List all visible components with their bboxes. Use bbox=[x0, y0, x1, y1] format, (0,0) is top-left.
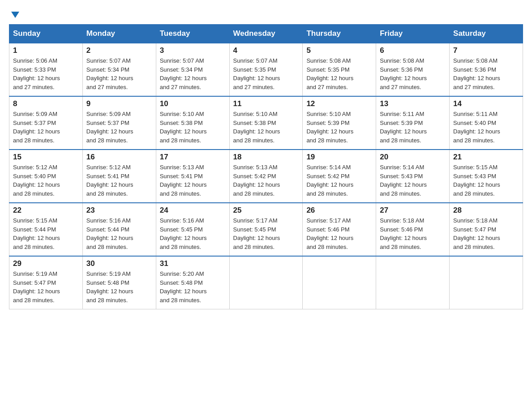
day-number: 25 bbox=[233, 206, 299, 215]
day-cell-22: 22Sunrise: 5:15 AMSunset: 5:44 PMDayligh… bbox=[9, 203, 83, 256]
day-number: 13 bbox=[380, 99, 446, 108]
day-cell-14: 14Sunrise: 5:11 AMSunset: 5:40 PMDayligh… bbox=[450, 96, 523, 150]
day-info: Sunrise: 5:18 AMSunset: 5:46 PMDaylight:… bbox=[380, 216, 446, 251]
day-number: 20 bbox=[380, 153, 446, 162]
day-info: Sunrise: 5:08 AMSunset: 5:36 PMDaylight:… bbox=[453, 56, 519, 91]
day-info: Sunrise: 5:16 AMSunset: 5:44 PMDaylight:… bbox=[86, 216, 152, 251]
day-cell-18: 18Sunrise: 5:13 AMSunset: 5:42 PMDayligh… bbox=[229, 150, 303, 203]
day-cell-30: 30Sunrise: 5:19 AMSunset: 5:48 PMDayligh… bbox=[82, 256, 156, 309]
day-cell-23: 23Sunrise: 5:16 AMSunset: 5:44 PMDayligh… bbox=[82, 203, 156, 256]
day-info: Sunrise: 5:20 AMSunset: 5:48 PMDaylight:… bbox=[160, 270, 226, 304]
day-cell-9: 9Sunrise: 5:09 AMSunset: 5:37 PMDaylight… bbox=[82, 96, 156, 150]
day-number: 28 bbox=[453, 206, 519, 215]
day-number: 29 bbox=[13, 259, 79, 268]
empty-cell bbox=[376, 256, 450, 309]
day-number: 12 bbox=[306, 99, 372, 108]
week-row-5: 29Sunrise: 5:19 AMSunset: 5:47 PMDayligh… bbox=[9, 256, 523, 309]
day-number: 6 bbox=[380, 46, 446, 55]
svg-marker-0 bbox=[11, 12, 19, 18]
day-cell-27: 27Sunrise: 5:18 AMSunset: 5:46 PMDayligh… bbox=[376, 203, 450, 256]
day-info: Sunrise: 5:13 AMSunset: 5:41 PMDaylight:… bbox=[160, 163, 226, 198]
day-cell-7: 7Sunrise: 5:08 AMSunset: 5:36 PMDaylight… bbox=[450, 43, 523, 96]
day-number: 14 bbox=[453, 99, 519, 108]
day-number: 10 bbox=[160, 99, 226, 108]
day-cell-5: 5Sunrise: 5:08 AMSunset: 5:35 PMDaylight… bbox=[303, 43, 376, 96]
day-info: Sunrise: 5:15 AMSunset: 5:43 PMDaylight:… bbox=[453, 163, 519, 198]
week-row-2: 8Sunrise: 5:09 AMSunset: 5:37 PMDaylight… bbox=[9, 96, 523, 150]
day-info: Sunrise: 5:10 AMSunset: 5:39 PMDaylight:… bbox=[306, 110, 372, 145]
week-row-1: 1Sunrise: 5:06 AMSunset: 5:33 PMDaylight… bbox=[9, 43, 523, 96]
day-cell-28: 28Sunrise: 5:18 AMSunset: 5:47 PMDayligh… bbox=[450, 203, 523, 256]
day-cell-16: 16Sunrise: 5:12 AMSunset: 5:41 PMDayligh… bbox=[82, 150, 156, 203]
day-cell-13: 13Sunrise: 5:11 AMSunset: 5:39 PMDayligh… bbox=[376, 96, 450, 150]
header-thursday: Thursday bbox=[303, 25, 376, 43]
empty-cell bbox=[450, 256, 523, 309]
day-number: 15 bbox=[13, 153, 79, 162]
page-header bbox=[9, 9, 523, 20]
day-cell-8: 8Sunrise: 5:09 AMSunset: 5:37 PMDaylight… bbox=[9, 96, 83, 150]
day-cell-31: 31Sunrise: 5:20 AMSunset: 5:48 PMDayligh… bbox=[156, 256, 229, 309]
day-number: 1 bbox=[13, 46, 79, 55]
day-number: 17 bbox=[160, 153, 226, 162]
header-tuesday: Tuesday bbox=[156, 25, 229, 43]
day-number: 2 bbox=[86, 46, 152, 55]
header-saturday: Saturday bbox=[450, 25, 523, 43]
day-cell-4: 4Sunrise: 5:07 AMSunset: 5:35 PMDaylight… bbox=[229, 43, 303, 96]
day-cell-2: 2Sunrise: 5:07 AMSunset: 5:34 PMDaylight… bbox=[82, 43, 156, 96]
day-number: 4 bbox=[233, 46, 299, 55]
day-number: 22 bbox=[13, 206, 79, 215]
empty-cell bbox=[303, 256, 376, 309]
day-number: 30 bbox=[86, 259, 152, 268]
header-wednesday: Wednesday bbox=[229, 25, 303, 43]
logo-line1 bbox=[9, 9, 20, 20]
empty-cell bbox=[229, 256, 303, 309]
day-info: Sunrise: 5:09 AMSunset: 5:37 PMDaylight:… bbox=[86, 110, 152, 145]
day-info: Sunrise: 5:16 AMSunset: 5:45 PMDaylight:… bbox=[160, 216, 226, 251]
day-number: 19 bbox=[306, 153, 372, 162]
day-cell-17: 17Sunrise: 5:13 AMSunset: 5:41 PMDayligh… bbox=[156, 150, 229, 203]
day-cell-15: 15Sunrise: 5:12 AMSunset: 5:40 PMDayligh… bbox=[9, 150, 83, 203]
day-info: Sunrise: 5:12 AMSunset: 5:40 PMDaylight:… bbox=[13, 163, 79, 198]
day-info: Sunrise: 5:14 AMSunset: 5:43 PMDaylight:… bbox=[380, 163, 446, 198]
day-cell-1: 1Sunrise: 5:06 AMSunset: 5:33 PMDaylight… bbox=[9, 43, 83, 96]
day-info: Sunrise: 5:13 AMSunset: 5:42 PMDaylight:… bbox=[233, 163, 299, 198]
calendar-table: SundayMondayTuesdayWednesdayThursdayFrid… bbox=[9, 24, 523, 309]
day-info: Sunrise: 5:10 AMSunset: 5:38 PMDaylight:… bbox=[160, 110, 226, 145]
day-info: Sunrise: 5:06 AMSunset: 5:33 PMDaylight:… bbox=[13, 56, 79, 91]
day-info: Sunrise: 5:17 AMSunset: 5:45 PMDaylight:… bbox=[233, 216, 299, 251]
day-number: 7 bbox=[453, 46, 519, 55]
day-info: Sunrise: 5:08 AMSunset: 5:36 PMDaylight:… bbox=[380, 56, 446, 91]
day-cell-24: 24Sunrise: 5:16 AMSunset: 5:45 PMDayligh… bbox=[156, 203, 229, 256]
day-cell-21: 21Sunrise: 5:15 AMSunset: 5:43 PMDayligh… bbox=[450, 150, 523, 203]
day-cell-3: 3Sunrise: 5:07 AMSunset: 5:34 PMDaylight… bbox=[156, 43, 229, 96]
day-number: 3 bbox=[160, 46, 226, 55]
day-number: 16 bbox=[86, 153, 152, 162]
day-cell-29: 29Sunrise: 5:19 AMSunset: 5:47 PMDayligh… bbox=[9, 256, 83, 309]
day-info: Sunrise: 5:12 AMSunset: 5:41 PMDaylight:… bbox=[86, 163, 152, 198]
day-number: 31 bbox=[160, 259, 226, 268]
day-info: Sunrise: 5:11 AMSunset: 5:39 PMDaylight:… bbox=[380, 110, 446, 145]
day-cell-26: 26Sunrise: 5:17 AMSunset: 5:46 PMDayligh… bbox=[303, 203, 376, 256]
day-number: 5 bbox=[306, 46, 372, 55]
day-cell-10: 10Sunrise: 5:10 AMSunset: 5:38 PMDayligh… bbox=[156, 96, 229, 150]
day-info: Sunrise: 5:07 AMSunset: 5:35 PMDaylight:… bbox=[233, 56, 299, 91]
day-number: 9 bbox=[86, 99, 152, 108]
day-number: 21 bbox=[453, 153, 519, 162]
day-cell-6: 6Sunrise: 5:08 AMSunset: 5:36 PMDaylight… bbox=[376, 43, 450, 96]
day-number: 8 bbox=[13, 99, 79, 108]
day-cell-12: 12Sunrise: 5:10 AMSunset: 5:39 PMDayligh… bbox=[303, 96, 376, 150]
header-sunday: Sunday bbox=[9, 25, 83, 43]
logo bbox=[9, 9, 20, 20]
day-cell-20: 20Sunrise: 5:14 AMSunset: 5:43 PMDayligh… bbox=[376, 150, 450, 203]
day-info: Sunrise: 5:18 AMSunset: 5:47 PMDaylight:… bbox=[453, 216, 519, 251]
week-row-3: 15Sunrise: 5:12 AMSunset: 5:40 PMDayligh… bbox=[9, 150, 523, 203]
day-info: Sunrise: 5:07 AMSunset: 5:34 PMDaylight:… bbox=[86, 56, 152, 91]
day-info: Sunrise: 5:10 AMSunset: 5:38 PMDaylight:… bbox=[233, 110, 299, 145]
day-info: Sunrise: 5:15 AMSunset: 5:44 PMDaylight:… bbox=[13, 216, 79, 251]
day-cell-25: 25Sunrise: 5:17 AMSunset: 5:45 PMDayligh… bbox=[229, 203, 303, 256]
header-friday: Friday bbox=[376, 25, 450, 43]
day-number: 26 bbox=[306, 206, 372, 215]
calendar-header-row: SundayMondayTuesdayWednesdayThursdayFrid… bbox=[9, 25, 523, 43]
day-number: 27 bbox=[380, 206, 446, 215]
day-info: Sunrise: 5:19 AMSunset: 5:47 PMDaylight:… bbox=[13, 270, 79, 304]
